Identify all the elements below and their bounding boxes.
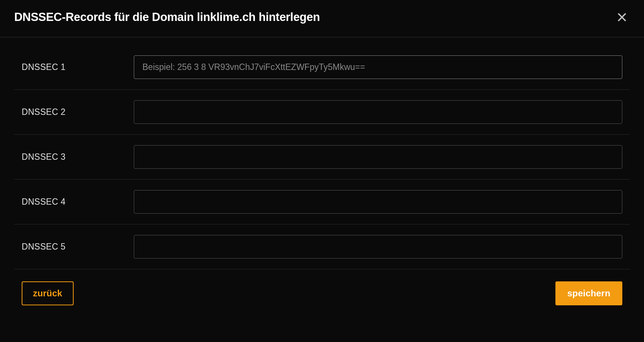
dnssec-3-input[interactable] [134, 145, 622, 169]
form-row-dnssec-1: DNSSEC 1 [14, 45, 630, 90]
modal-title: DNSSEC-Records für die Domain linklime.c… [14, 10, 320, 24]
dnssec-1-label: DNSSEC 1 [22, 62, 119, 72]
close-icon [616, 11, 628, 24]
dnssec-2-label: DNSSEC 2 [22, 107, 119, 117]
dnssec-5-label: DNSSEC 5 [22, 242, 119, 252]
modal-footer: zurück speichern [0, 269, 644, 320]
form-row-dnssec-5: DNSSEC 5 [14, 225, 630, 269]
dnssec-1-input[interactable] [134, 55, 622, 79]
dnssec-modal: DNSSEC-Records für die Domain linklime.c… [0, 0, 644, 320]
dnssec-3-label: DNSSEC 3 [22, 152, 119, 162]
back-button[interactable]: zurück [22, 281, 74, 305]
form-row-dnssec-4: DNSSEC 4 [14, 180, 630, 225]
modal-header: DNSSEC-Records für die Domain linklime.c… [0, 0, 644, 37]
dnssec-4-label: DNSSEC 4 [22, 197, 119, 207]
form-row-dnssec-3: DNSSEC 3 [14, 135, 630, 180]
save-button[interactable]: speichern [555, 281, 622, 305]
form-row-dnssec-2: DNSSEC 2 [14, 90, 630, 135]
close-button[interactable] [614, 9, 630, 25]
dnssec-4-input[interactable] [134, 190, 622, 214]
dnssec-2-input[interactable] [134, 100, 622, 124]
dnssec-5-input[interactable] [134, 235, 622, 259]
form-body: DNSSEC 1 DNSSEC 2 DNSSEC 3 DNSSEC 4 DNSS… [0, 37, 644, 269]
